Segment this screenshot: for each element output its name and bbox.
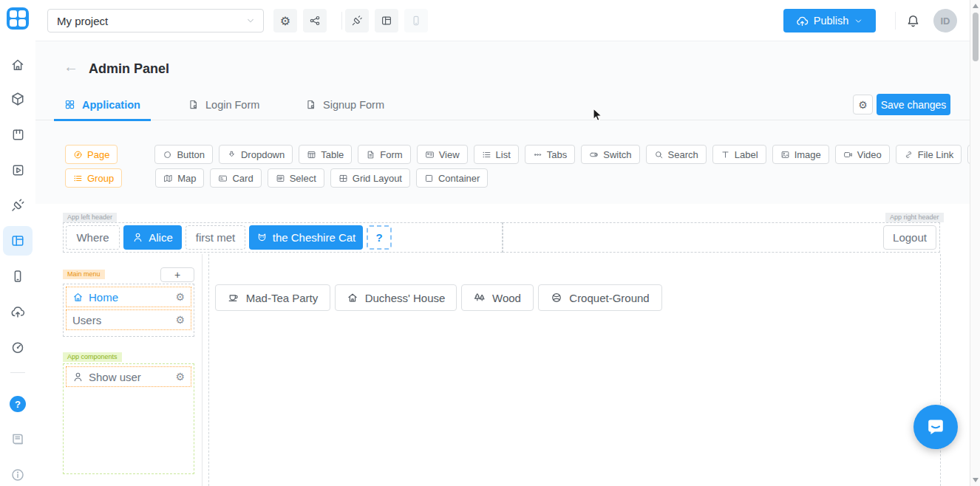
menu-item-users[interactable]: Users ⚙ bbox=[66, 309, 191, 330]
palette-chip-label[interactable]: Label bbox=[712, 145, 766, 164]
doc-icon bbox=[366, 150, 375, 160]
tab-application[interactable]: Application bbox=[64, 89, 140, 120]
app-components-container[interactable]: Show user ⚙ bbox=[63, 363, 194, 474]
palette-chip-search[interactable]: Search bbox=[646, 145, 707, 164]
plug-icon bbox=[351, 15, 363, 27]
user-avatar[interactable]: ID bbox=[933, 9, 957, 32]
palette-chip-image[interactable]: Image bbox=[772, 145, 829, 164]
tab-login-form[interactable]: Login Form bbox=[188, 89, 259, 120]
palette-chip-map[interactable]: Map bbox=[155, 168, 204, 188]
share-icon bbox=[309, 15, 321, 27]
sidebar-pages-layout-icon[interactable] bbox=[3, 226, 33, 256]
header-button-cheshire-cat[interactable]: the Cheshire Cat bbox=[249, 225, 363, 250]
button-label: the Cheshire Cat bbox=[273, 231, 356, 244]
palette-chip-page[interactable]: Page bbox=[65, 145, 118, 164]
sidebar-home-icon[interactable] bbox=[3, 50, 33, 80]
sidebar-datasources-plug-icon[interactable] bbox=[3, 191, 33, 220]
page-button-wood[interactable]: Wood bbox=[461, 284, 534, 311]
palette-chip-grid-layout[interactable]: Grid Layout bbox=[330, 168, 410, 188]
app-right-header-tag: App right header bbox=[885, 213, 944, 222]
app-logo-icon[interactable] bbox=[7, 7, 29, 30]
button-label: Alice bbox=[149, 231, 173, 244]
datasource-button[interactable] bbox=[345, 9, 369, 32]
scrollbar-up-button[interactable] bbox=[973, 4, 979, 8]
page-button-duchess-house[interactable]: Duchess' House bbox=[335, 284, 457, 311]
topbar-divider bbox=[341, 12, 342, 30]
sidebar-tutorials-play-icon[interactable] bbox=[3, 155, 33, 185]
component-item-label: Show user bbox=[89, 371, 141, 383]
back-button[interactable]: ← bbox=[64, 59, 78, 74]
mobile-preview-button[interactable] bbox=[404, 9, 428, 32]
sidebar-divider bbox=[10, 372, 25, 373]
save-changes-button[interactable]: Save changes bbox=[877, 94, 950, 115]
project-select[interactable]: My project bbox=[47, 9, 264, 32]
sidebar-deploy-cloud-icon[interactable] bbox=[3, 297, 33, 326]
palette-chip-view[interactable]: View bbox=[417, 145, 468, 164]
project-settings-button[interactable]: ⚙ bbox=[273, 9, 297, 32]
component-item-show-user[interactable]: Show user ⚙ bbox=[66, 366, 191, 387]
sidebar-docs-book-icon[interactable] bbox=[3, 425, 33, 454]
scrollbar-down-button[interactable] bbox=[973, 478, 979, 482]
layout-view-button[interactable] bbox=[375, 9, 398, 32]
main-menu-container[interactable]: Home ⚙ Users ⚙ bbox=[63, 284, 194, 337]
sidebar-help-icon[interactable]: ? bbox=[3, 389, 33, 419]
gear-icon[interactable]: ⚙ bbox=[175, 314, 185, 326]
palette-chip-card[interactable]: Card bbox=[210, 168, 261, 188]
palette-chip-table[interactable]: Table bbox=[299, 145, 352, 164]
publish-button[interactable]: Publish bbox=[783, 9, 876, 32]
palette-chip-container[interactable]: Container bbox=[416, 168, 488, 188]
page-title: Admin Panel bbox=[89, 61, 169, 77]
header-button-unknown[interactable]: ? bbox=[367, 225, 392, 250]
circle-icon bbox=[163, 150, 172, 160]
palette-chip-dropdown[interactable]: Dropdown bbox=[219, 145, 293, 164]
sidebar-monitor-gauge-icon[interactable] bbox=[3, 332, 33, 362]
scrollbar-thumb[interactable] bbox=[973, 13, 979, 61]
app-right-header-container[interactable]: Logout bbox=[503, 222, 940, 253]
palette-chip-switch[interactable]: Switch bbox=[581, 145, 639, 164]
palette-chip-tabs[interactable]: Tabs bbox=[525, 145, 575, 164]
header-button-first-met[interactable]: first met bbox=[186, 225, 245, 250]
arrow-down-icon bbox=[227, 150, 237, 160]
chip-label: Image bbox=[794, 149, 821, 160]
gear-icon[interactable]: ⚙ bbox=[175, 371, 185, 383]
gear-icon[interactable]: ⚙ bbox=[175, 291, 185, 303]
chip-label: Group bbox=[87, 173, 114, 184]
vertical-scrollbar[interactable] bbox=[970, 0, 980, 486]
chip-label: Page bbox=[87, 149, 109, 160]
chip-label: Tabs bbox=[547, 149, 567, 160]
tab-label: Signup Form bbox=[323, 99, 384, 111]
sidebar-board-icon[interactable] bbox=[3, 120, 33, 149]
palette-chip-video[interactable]: Video bbox=[835, 145, 890, 164]
id-card-icon bbox=[425, 150, 435, 160]
share-button[interactable] bbox=[303, 9, 327, 32]
palette-chip-form[interactable]: Form bbox=[358, 145, 410, 164]
palette-chip-list[interactable]: List bbox=[474, 145, 519, 164]
palette-chip-select[interactable]: Select bbox=[268, 168, 324, 188]
video-icon bbox=[843, 150, 853, 160]
page-button-croquet-ground[interactable]: Croquet-Ground bbox=[538, 284, 662, 311]
chip-label: File Link bbox=[918, 149, 953, 160]
card-icon bbox=[218, 174, 228, 183]
compass-icon bbox=[73, 150, 83, 160]
palette-chip-group[interactable]: Group bbox=[65, 168, 122, 188]
sidebar-modules-cube-icon[interactable] bbox=[3, 84, 33, 114]
sidebar-mobile-icon[interactable] bbox=[3, 261, 33, 291]
page-button-mad-tea-party[interactable]: Mad-Tea Party bbox=[215, 284, 330, 311]
palette-chip-button[interactable]: Button bbox=[154, 145, 213, 164]
page-settings-button[interactable]: ⚙ bbox=[853, 95, 873, 114]
bell-icon[interactable] bbox=[906, 14, 920, 28]
list-icon bbox=[73, 174, 83, 183]
chip-label: Card bbox=[232, 173, 253, 184]
tab-signup-form[interactable]: Signup Form bbox=[305, 89, 384, 120]
sidebar-info-icon[interactable] bbox=[3, 460, 33, 486]
logout-button[interactable]: Logout bbox=[883, 225, 936, 250]
chip-label: Container bbox=[438, 173, 480, 184]
palette-chip-file-link[interactable]: File Link bbox=[896, 145, 962, 164]
chat-launcher-button[interactable] bbox=[913, 405, 958, 449]
menu-item-home[interactable]: Home ⚙ bbox=[66, 287, 191, 307]
app-left-header-container[interactable]: Where Alice first met the Cheshire Cat ? bbox=[63, 222, 503, 253]
add-menu-item-button[interactable]: + bbox=[160, 267, 194, 282]
header-button-alice[interactable]: Alice bbox=[123, 225, 182, 250]
header-button-where[interactable]: Where bbox=[66, 225, 120, 250]
publish-label: Publish bbox=[814, 15, 849, 27]
